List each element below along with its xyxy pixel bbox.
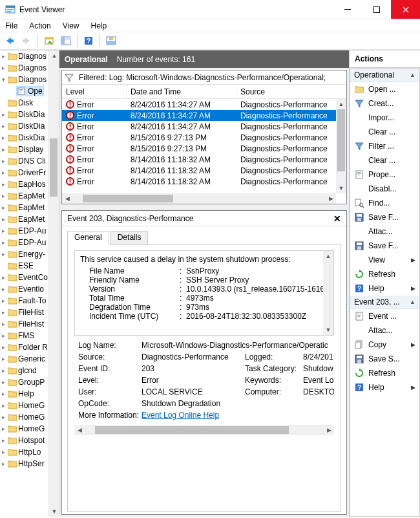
tab-details[interactable]: Details bbox=[110, 231, 149, 245]
event-row[interactable]: Error8/24/2016 11:34:27 AMDiagnostics-Pe… bbox=[62, 99, 336, 110]
tree-label: HttpLo bbox=[18, 448, 41, 457]
svg-rect-53 bbox=[70, 183, 71, 184]
tree-label: Disk bbox=[18, 98, 33, 107]
action-item[interactable]: Filter ... bbox=[350, 139, 419, 153]
src-text: Diagnostics-Performance bbox=[236, 144, 336, 153]
action-item[interactable]: ?Help▶ bbox=[350, 281, 419, 296]
svg-rect-29 bbox=[70, 117, 71, 118]
action-item[interactable]: Clear ... bbox=[350, 125, 419, 139]
action-item[interactable]: Save F... bbox=[350, 239, 419, 253]
help-icon: ? bbox=[354, 382, 364, 393]
action-item[interactable]: Clear ... bbox=[350, 153, 419, 167]
panes-icon[interactable] bbox=[59, 34, 73, 48]
desc-val: 10.0.14393.0 (rs1_release.160715-1616) bbox=[186, 285, 328, 294]
val-keywords: Event Lo bbox=[303, 376, 334, 385]
action-item[interactable]: ?Help▶ bbox=[350, 380, 419, 394]
event-row[interactable]: Error8/14/2016 11:18:32 AMDiagnostics-Pe… bbox=[62, 165, 336, 176]
tree-label: Diagnos bbox=[18, 52, 47, 61]
close-detail-icon[interactable]: ✕ bbox=[333, 213, 341, 224]
tree-label: Diagnos bbox=[18, 63, 47, 72]
tree-label: FileHist bbox=[18, 319, 44, 329]
svg-rect-28 bbox=[70, 113, 71, 116]
action-item[interactable]: Refresh bbox=[350, 366, 419, 380]
list-hscroll[interactable]: ◀▶ bbox=[62, 193, 336, 204]
svg-rect-55 bbox=[357, 172, 361, 173]
blank-icon bbox=[354, 113, 364, 123]
tree-label: Generic bbox=[18, 354, 45, 363]
action-item[interactable]: Event ... bbox=[350, 309, 419, 323]
menu-view[interactable]: View bbox=[61, 21, 81, 31]
log-name: Operational bbox=[65, 55, 108, 64]
action-section[interactable]: Event 203, ...▲ bbox=[350, 296, 419, 309]
action-label: Event ... bbox=[368, 312, 397, 321]
dt-text: 8/14/2016 11:18:32 AM bbox=[127, 177, 236, 186]
svg-rect-3 bbox=[7, 11, 12, 12]
menu-file[interactable]: File bbox=[4, 21, 19, 31]
close-button[interactable] bbox=[391, 0, 420, 19]
lbl-level: Level: bbox=[78, 376, 142, 385]
event-row[interactable]: Error8/14/2016 11:18:32 AMDiagnostics-Pe… bbox=[62, 176, 336, 187]
event-detail: Event 203, Diagnostics-Performance ✕ Gen… bbox=[61, 210, 347, 515]
maximize-button[interactable] bbox=[362, 0, 391, 19]
more-info-link[interactable]: Event Log Online Help bbox=[142, 411, 219, 420]
action-item[interactable]: Refresh bbox=[350, 267, 419, 281]
event-row[interactable]: Error8/24/2016 11:34:27 AMDiagnostics-Pe… bbox=[62, 121, 336, 132]
metadata-grid: Log Name:Microsoft-Windows-Diagnostics-P… bbox=[74, 340, 334, 421]
action-item[interactable]: Copy▶ bbox=[350, 338, 419, 352]
open-icon bbox=[354, 84, 364, 94]
action-label: Impor... bbox=[368, 113, 394, 122]
event-row[interactable]: Error8/24/2016 11:34:27 AMDiagnostics-Pe… bbox=[62, 110, 336, 121]
preview-pane-icon[interactable] bbox=[104, 34, 118, 48]
svg-rect-36 bbox=[70, 135, 71, 138]
action-item[interactable]: Disabl... bbox=[350, 182, 419, 196]
svg-rect-63 bbox=[357, 218, 361, 221]
tab-general[interactable]: General bbox=[67, 231, 109, 245]
tab-general-page: This service caused a delay in the syste… bbox=[67, 244, 341, 512]
action-item[interactable]: View▶ bbox=[350, 253, 419, 267]
action-item[interactable]: Attac... bbox=[350, 224, 419, 239]
dt-text: 8/14/2016 11:18:32 AM bbox=[127, 155, 236, 164]
back-button[interactable] bbox=[3, 34, 17, 48]
properties-icon[interactable] bbox=[42, 34, 56, 48]
minimize-button[interactable] bbox=[333, 0, 362, 19]
col-level[interactable]: Level bbox=[62, 85, 127, 98]
action-section[interactable]: Operational▲ bbox=[350, 69, 419, 82]
desc-key: Incident Time (UTC) bbox=[89, 312, 180, 321]
svg-rect-5 bbox=[373, 6, 379, 12]
event-row[interactable]: Error8/15/2016 9:27:13 PMDiagnostics-Per… bbox=[62, 143, 336, 154]
col-datetime[interactable]: Date and Time bbox=[127, 85, 236, 98]
action-item[interactable]: Find... bbox=[350, 196, 419, 210]
tree-label: EapHos bbox=[18, 180, 46, 189]
blank-icon bbox=[354, 255, 364, 265]
tree-label: Fault-To bbox=[18, 296, 46, 305]
action-item[interactable]: Prope... bbox=[350, 167, 419, 182]
menu-action[interactable]: Action bbox=[28, 21, 52, 31]
submenu-icon: ▶ bbox=[411, 257, 415, 263]
desc-val: 4973ms bbox=[186, 294, 328, 303]
action-item[interactable]: Save F... bbox=[350, 210, 419, 224]
val-logged: 8/24/201 bbox=[303, 352, 334, 362]
menu-help[interactable]: Help bbox=[90, 21, 109, 31]
help-toolbar-icon[interactable]: ? bbox=[81, 34, 96, 48]
src-text: Diagnostics-Performance bbox=[236, 166, 336, 175]
col-source[interactable]: Source bbox=[236, 85, 346, 98]
listview-header[interactable]: Level Date and Time Source bbox=[62, 85, 346, 99]
desc-vscroll[interactable]: ▲ ▼ bbox=[323, 251, 333, 335]
detail-hscroll[interactable]: ◀▶ bbox=[74, 425, 334, 435]
action-item[interactable]: Creat... bbox=[350, 96, 419, 111]
tree-label: DiskDia bbox=[18, 110, 45, 119]
list-vscroll[interactable]: ▲▼ bbox=[336, 99, 346, 193]
svg-rect-66 bbox=[357, 246, 361, 250]
event-row[interactable]: Error8/14/2016 11:18:32 AMDiagnostics-Pe… bbox=[62, 154, 336, 165]
action-item[interactable]: Open ... bbox=[350, 82, 419, 96]
forward-button[interactable] bbox=[19, 34, 34, 48]
level-text: Error bbox=[77, 133, 94, 142]
tree-scrollbar[interactable]: ▲ ▼ bbox=[48, 50, 59, 517]
svg-rect-21 bbox=[19, 92, 22, 92]
action-item[interactable]: Attac... bbox=[350, 323, 419, 338]
menubar: File Action View Help bbox=[0, 19, 420, 32]
action-item[interactable]: Save S... bbox=[350, 352, 419, 366]
action-item[interactable]: Impor... bbox=[350, 111, 419, 125]
event-row[interactable]: Error8/15/2016 9:27:13 PMDiagnostics-Per… bbox=[62, 132, 336, 143]
submenu-icon: ▶ bbox=[411, 384, 415, 391]
